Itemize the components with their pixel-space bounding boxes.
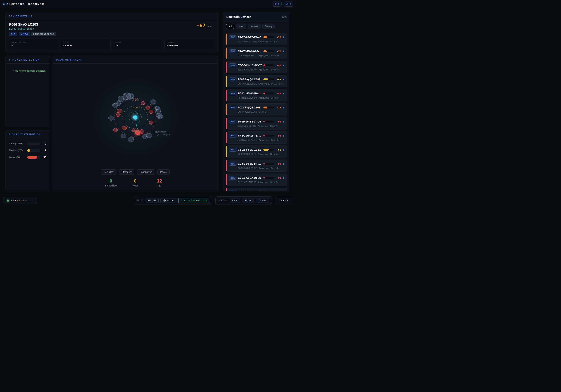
device-list-item[interactable]: BLEP011 SkyQ LC103-73EC:47:0C:3F:5A:6B ·… [226,103,287,115]
device-rssi-unit: dBm [207,25,212,28]
device-list-item[interactable]: BLEC2-11-A7-17-D5-36-91C2:11:A7:17:D5:36… [226,174,287,186]
device-list-item[interactable]: BLE57-D5-C4-1C-8C-07-8857:D5:C4:1C:8C:07… [226,61,287,73]
proximity-radar-header: PROXIMITY RADAR [53,56,218,64]
mute-button[interactable]: MUTE [161,198,176,203]
export-intel-button[interactable]: INTEL [256,198,269,203]
radar-device-bubble[interactable] [151,99,156,104]
device-row-top: BLE64-89-40-71-AB-F0-98 [229,190,284,191]
device-list-item[interactable]: BLEF7-8C-A0-15-7E-DE-98F7:8C:A0:15:7E:DE… [226,131,287,144]
device-seen-dot-icon [283,36,284,38]
radar-ring-label: 1–3m [133,106,138,109]
device-list-item[interactable]: BLEP066 SkyQ LC103-67EC:47:0C:19:58:9A ·… [226,75,287,87]
radar-device-bubble[interactable] [134,129,142,136]
signal-distribution-panel: SIGNAL DISTRIBUTION Strong (-50+)0Medium… [6,130,50,191]
mode-recon-button[interactable]: RECON [145,198,159,203]
device-list-item[interactable]: BLEFC-D1-25-00-B6-B9-89FC:D1:25:00:B6:B9… [226,89,287,101]
radar-filter-new-only[interactable]: New Only [101,169,116,175]
scanning-button[interactable]: SCANNING... [3,197,37,204]
device-row-name: P011 SkyQ LC103 [238,106,262,109]
signal-bar-fill [263,36,267,38]
radar-canvas: < 1m1–3m3–10mPROXIMITY(signal strength) [53,64,218,169]
device-seen-dot-icon [283,191,284,191]
radar-device-bubble[interactable] [127,93,134,99]
device-row-rssi: -67 [275,78,281,81]
radar-device-bubble[interactable] [112,103,118,108]
bluetooth-icon [274,3,277,6]
export-csv-button[interactable]: CSV [230,198,240,203]
device-field-label: SEEN [115,41,160,43]
radar-device-bubble[interactable] [146,106,150,110]
device-list-item[interactable]: BLEC0-59-90-6D-FF-CE-93C0:59:90:6D:FF:CE… [226,160,287,172]
device-field-label: MANUFACTURER [11,41,56,43]
distribution-label: Strong (-50+) [9,142,27,145]
radar-device-bubble[interactable] [108,116,114,120]
radar-center-dot [133,115,137,119]
device-seen-dot-icon [283,65,284,66]
radar-device-bubble[interactable] [141,101,145,105]
radar-device-bubble[interactable] [149,120,153,124]
radar-stats: 0Immediate0Near12Far [53,177,218,191]
radar-device-bubble[interactable] [128,137,134,142]
mute-label: MUTE [167,199,174,202]
proximity-radar-title: PROXIMITY RADAR [56,58,82,61]
scanning-label: SCANNING... [11,199,33,202]
proximity-annotation-sub: (signal strength) [155,133,170,135]
radar-filter-strongest[interactable]: Strongest [119,169,134,175]
device-list-item[interactable]: BLEC8-22-68-9D-11-E9-62C8:22:68:9D:11:E9… [226,145,287,158]
device-row-name: 64-89-40-71-AB-F0 [238,190,262,191]
radar-device-bubble[interactable] [149,110,153,114]
sidebar-device-count: (39) [282,15,287,18]
signal-bar-track [263,64,274,66]
signal-bar-fill [263,50,267,52]
export-json-button[interactable]: JSON [242,198,254,203]
tracker-status: ✓ No known trackers detected [12,69,50,72]
radar-filter-pause[interactable]: Pause [157,169,170,175]
device-field: SEEN1× [113,39,162,49]
device-row-subtext: EC:47:0C:19:58:9A · Unknown (0x06E7) · S… [238,83,284,85]
device-list-item[interactable]: BLE64-89-40-71-AB-F0-9864:89:40:71:AB:F0… [226,188,287,191]
device-row-subtext: C0:59:90:6D:FF:CE · Apple, Inc. · Seen 4… [238,167,284,169]
proximity-stat-value: 0 [104,179,118,184]
device-list-item[interactable]: BLEF0-EF-09-F6-E9-46-75F0:EF:09:F6:E9:46… [226,33,287,45]
protocol-badge: BLE [229,162,237,166]
device-row-name: C7-C7-4B-4A-80-7F [238,50,262,53]
radar-device-bubble[interactable] [121,134,126,138]
bluetooth-count-badge[interactable]: 0 [272,1,282,7]
device-field: MANUFACTURER-- [9,39,59,49]
radar-filter-unapproved[interactable]: Unapproved [137,169,155,175]
device-list-item[interactable]: BLEC7-C7-4B-4A-80-7F-78C7:C7:4B:4A:80:7F… [226,47,287,59]
distribution-count: 0 [40,142,46,145]
filter-tab-all[interactable]: All [226,24,234,29]
clear-button[interactable]: CLEAR [275,197,293,204]
radar-device-bubble[interactable] [142,134,147,139]
auto-scroll-button[interactable]: ↓ AUTO-SCROLL ON [178,198,210,203]
filter-tab-strong[interactable]: Strong [262,24,275,29]
radar-device-bubble[interactable] [158,115,163,119]
device-list-item[interactable]: BLE66-5F-96-B4-27-D3-9866:5F:96:B4:27:D3… [226,117,287,130]
signal-bar-fill [263,64,265,66]
device-rssi-display: -67 dBm [196,22,214,29]
filter-tab-named[interactable]: Named [248,24,261,29]
device-row-top: BLEC7-C7-4B-4A-80-7F-78 [229,49,284,53]
device-field-label: RANGE [167,41,212,43]
new-dot-icon [21,34,22,35]
tracker-status-text: No known trackers detected [15,69,46,72]
device-details-header: DEVICE DETAILS [6,12,218,20]
distribution-count: 30 [40,156,46,159]
proximity-stat-label: Immediate [104,184,118,187]
device-row-subtext: 66:5F:96:B4:27:D3 · Apple, Inc. · Seen 4… [238,125,284,127]
filter-tab-new[interactable]: New [236,24,246,29]
protocol-badge: BLE [229,120,237,123]
device-row-rssi: -98 [275,134,281,137]
device-seen-dot-icon [283,79,284,80]
device-row-rssi: -73 [275,106,281,109]
device-row-rssi: -98 [275,120,281,123]
radar-device-bubble[interactable] [122,126,127,130]
device-seen-dot-icon [283,93,284,94]
radar-device-bubble[interactable] [113,128,118,132]
distribution-label: Weak (-90) [9,156,27,159]
radar-device-bubble[interactable] [116,112,120,117]
proximity-stat-value: 0 [129,179,142,184]
geo-count-badge[interactable]: 0 [283,1,293,7]
device-badge: RANDOM ADDRESS [31,32,56,36]
